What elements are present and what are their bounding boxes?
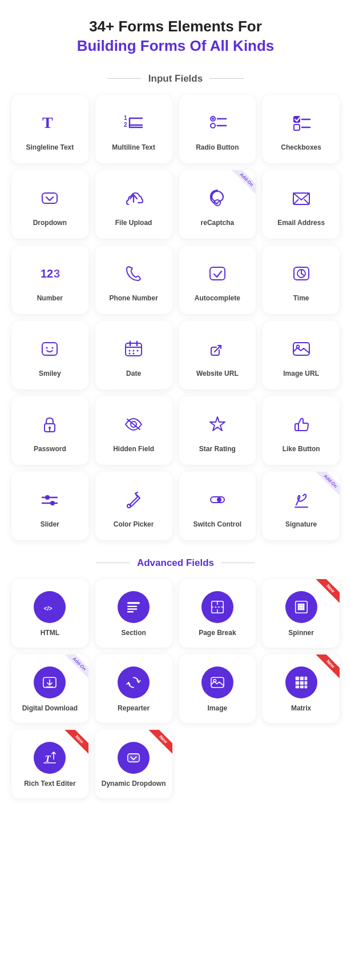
html-icon: </> (34, 591, 66, 623)
svg-point-37 (137, 350, 139, 351)
svg-point-56 (217, 497, 221, 502)
new-badge-spinner: New (310, 579, 340, 609)
card-dropdown[interactable]: Dropdown (11, 170, 88, 239)
card-email-address[interactable]: Email Address (263, 170, 340, 239)
card-radio-button[interactable]: Radio Button (179, 95, 256, 163)
card-hidden-field[interactable]: Hidden Field (95, 396, 172, 465)
section-label: Section (121, 629, 146, 638)
card-like-button[interactable]: Like Button (263, 396, 340, 465)
input-fields-label: Input Fields (148, 73, 203, 85)
page-title: 34+ Forms Elements For Building Forms Of… (11, 17, 340, 56)
digital-download-label: Digital Download (22, 704, 78, 713)
svg-rect-74 (297, 608, 300, 610)
svg-point-52 (50, 501, 55, 505)
singleline-text-icon: T (35, 108, 64, 138)
smiley-label: Smiley (39, 369, 61, 379)
dropdown-icon (35, 183, 64, 213)
card-switch-control[interactable]: Switch Control (179, 472, 256, 540)
svg-point-50 (45, 495, 50, 500)
card-recaptcha[interactable]: Add-On reCaptcha (179, 170, 256, 239)
dynamic-dropdown-label: Dynamic Dropdown (102, 780, 166, 789)
repearter-icon (118, 666, 150, 698)
input-fields-section-header: Input Fields (11, 73, 340, 85)
svg-rect-14 (294, 124, 300, 130)
input-fields-grid: T Singleline Text 1 2 Multiline Text (11, 95, 340, 540)
card-repearter[interactable]: Repearter (95, 654, 172, 723)
card-matrix[interactable]: New Matrix (263, 654, 340, 723)
svg-point-53 (127, 504, 131, 508)
section-icon (118, 591, 150, 623)
svg-rect-85 (295, 681, 298, 684)
card-rich-text-editer[interactable]: New T Rich Text Editer (11, 730, 88, 798)
date-label: Date (126, 369, 141, 379)
slider-label: Slider (41, 520, 59, 529)
divider-right (209, 78, 244, 79)
card-dynamic-dropdown[interactable]: New Dynamic Dropdown (95, 730, 172, 798)
card-smiley[interactable]: Smiley (11, 321, 88, 389)
website-url-label: Website URL (196, 369, 239, 379)
card-signature[interactable]: Add-On Signature (263, 472, 340, 540)
card-phone-number[interactable]: Phone Number (95, 246, 172, 314)
svg-rect-62 (127, 611, 134, 612)
card-singleline-text[interactable]: T Singleline Text (11, 95, 88, 163)
star-rating-icon (203, 409, 232, 439)
svg-marker-47 (210, 417, 225, 431)
card-slider[interactable]: Slider (11, 472, 88, 540)
advanced-fields-label: Advanced Fields (137, 557, 214, 569)
svg-rect-94 (128, 754, 140, 762)
email-address-icon (287, 183, 316, 213)
card-spinner[interactable]: New Spinner (263, 579, 340, 648)
multiline-text-icon: 1 2 (119, 108, 148, 138)
card-digital-download[interactable]: Add-On Digital Download (11, 654, 88, 723)
svg-text:12: 12 (41, 267, 53, 280)
checkboxes-label: Checkboxes (281, 143, 321, 152)
card-multiline-text[interactable]: 1 2 Multiline Text (95, 95, 172, 163)
svg-text:2: 2 (124, 122, 127, 128)
svg-point-10 (211, 123, 215, 128)
card-autocomplete[interactable]: Autocomplete (179, 246, 256, 314)
page-break-icon (201, 591, 233, 623)
number-icon: 12 3 (35, 259, 64, 288)
new-badge-rich-text: New (59, 730, 88, 760)
addon-badge-digital-download: Add-On (59, 654, 88, 684)
svg-point-35 (129, 350, 131, 351)
card-section[interactable]: Section (95, 579, 172, 648)
card-time[interactable]: Time (263, 246, 340, 314)
svg-point-38 (129, 352, 131, 354)
card-star-rating[interactable]: Star Rating (179, 396, 256, 465)
card-number[interactable]: 12 3 Number (11, 246, 88, 314)
card-file-upload[interactable]: File Upload (95, 170, 172, 239)
phone-number-label: Phone Number (109, 294, 158, 303)
password-label: Password (34, 445, 66, 454)
repearter-label: Repearter (118, 704, 150, 713)
svg-rect-90 (304, 685, 307, 688)
card-page-break[interactable]: Page Break (179, 579, 256, 648)
singleline-text-label: Singleline Text (26, 143, 74, 152)
svg-rect-82 (295, 677, 298, 680)
svg-rect-48 (295, 424, 298, 431)
card-checkboxes[interactable]: Checkboxes (263, 95, 340, 163)
new-badge-dynamic-dropdown: New (143, 730, 172, 760)
svg-point-30 (52, 347, 54, 348)
color-picker-label: Color Picker (114, 520, 154, 529)
card-website-url[interactable]: Website URL (179, 321, 256, 389)
svg-rect-71 (297, 605, 300, 608)
password-icon (35, 409, 64, 439)
multiline-text-label: Multiline Text (112, 143, 155, 152)
recaptcha-label: reCaptcha (201, 219, 235, 228)
image-icon (201, 666, 233, 698)
svg-line-54 (135, 492, 138, 493)
checkboxes-icon (287, 108, 316, 138)
card-image[interactable]: Image (179, 654, 256, 723)
card-color-picker[interactable]: Color Picker (95, 472, 172, 540)
card-date[interactable]: Date (95, 321, 172, 389)
number-label: Number (37, 294, 63, 303)
radio-button-label: Radio Button (196, 143, 239, 152)
svg-point-36 (133, 350, 135, 351)
switch-control-icon (203, 485, 232, 515)
svg-rect-16 (42, 193, 57, 203)
card-image-url[interactable]: Image URL (263, 321, 340, 389)
card-html[interactable]: </> HTML (11, 579, 88, 648)
card-password[interactable]: Password (11, 396, 88, 465)
email-address-label: Email Address (277, 219, 325, 228)
